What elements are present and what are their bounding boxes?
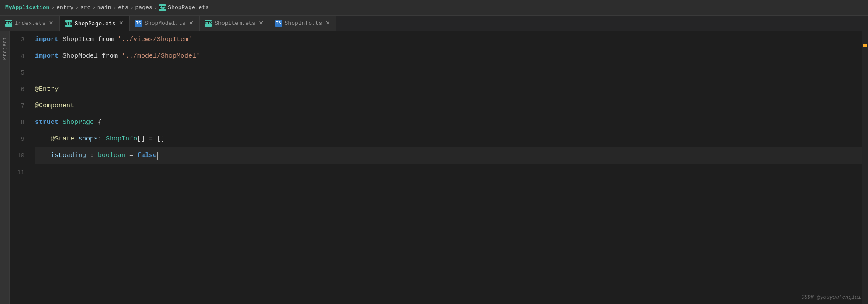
breadcrumb-file-icon: ETS bbox=[159, 4, 166, 11]
tab-icon-shopmodel: TS bbox=[135, 20, 142, 27]
token-shopitem: ShopItem bbox=[59, 31, 98, 48]
code-line-6: @Entry bbox=[35, 81, 868, 98]
line-num-5: 5 bbox=[10, 65, 31, 81]
editor-area[interactable]: 3 4 5 6 7 8 9 10 11 import ShopItem from bbox=[10, 31, 868, 304]
token-component: @Component bbox=[35, 98, 74, 114]
token-from-4: from bbox=[102, 48, 118, 65]
tab-icon-shoppage: ETS bbox=[65, 20, 72, 27]
line-num-3: 3 bbox=[10, 31, 31, 48]
tab-close-shopinfo[interactable]: × bbox=[325, 20, 331, 27]
breadcrumb-sep-6: › bbox=[154, 4, 158, 11]
tab-close-shopitem[interactable]: × bbox=[258, 20, 264, 27]
breadcrumb-bar: MyApplication › entry › src › main › ets… bbox=[0, 0, 868, 16]
tab-label-shopitem: ShopItem.ets bbox=[214, 20, 256, 27]
code-line-7: @Component bbox=[35, 98, 868, 114]
code-line-8: ▼ struct ShopPage { bbox=[35, 114, 868, 131]
code-line-9: @State shops : ShopInfo [] = [] bbox=[35, 131, 868, 147]
token-shopinfo-type: ShopInfo bbox=[106, 131, 137, 147]
token-brackets-9: [] = [] bbox=[137, 131, 165, 147]
tab-shoppage[interactable]: ETS ShopPage.ets × bbox=[60, 16, 130, 31]
breadcrumb-src[interactable]: src bbox=[80, 4, 90, 11]
token-brace-8: { bbox=[94, 114, 102, 131]
line-num-11: 11 bbox=[10, 164, 31, 181]
breadcrumb-file[interactable]: ShopPage.ets bbox=[168, 4, 209, 11]
tab-shopmodel[interactable]: TS ShopModel.ts × bbox=[130, 16, 200, 31]
tab-icon-shopinfo: TS bbox=[275, 20, 282, 27]
token-shoppage-type: ShopPage bbox=[62, 114, 94, 131]
tab-shopinfo[interactable]: TS ShopInfo.ts × bbox=[270, 16, 336, 31]
code-line-5 bbox=[35, 65, 868, 81]
breadcrumb-sep-3: › bbox=[92, 4, 96, 11]
breadcrumb-ets[interactable]: ets bbox=[118, 4, 128, 11]
tab-label-index: Index.ets bbox=[15, 20, 45, 27]
code-line-4: ▼ import ShopModel from '../model/ShopMo… bbox=[35, 48, 868, 65]
token-from-3: from bbox=[98, 31, 114, 48]
tab-bar: ETS Index.ets × ETS ShopPage.ets × TS Sh… bbox=[0, 16, 868, 31]
tab-label-shopmodel: ShopModel.ts bbox=[145, 20, 186, 27]
token-import-4: import bbox=[35, 48, 59, 65]
line-numbers: 3 4 5 6 7 8 9 10 11 bbox=[10, 31, 31, 304]
left-sidebar: Project bbox=[0, 31, 10, 304]
token-import-3: import bbox=[35, 31, 59, 48]
tab-close-shopmodel[interactable]: × bbox=[188, 20, 194, 27]
scrollbar[interactable] bbox=[862, 31, 868, 304]
breadcrumb-sep-1: › bbox=[51, 4, 55, 11]
line-num-9: 9 bbox=[10, 131, 31, 147]
token-colon-9: : bbox=[98, 131, 106, 147]
code-lines: import ShopItem from '../views/ShopItem'… bbox=[31, 31, 868, 304]
token-false: false bbox=[137, 147, 157, 164]
sidebar-label: Project bbox=[2, 37, 7, 60]
token-space-4 bbox=[118, 48, 121, 65]
line-num-4: 4 bbox=[10, 48, 31, 65]
scrollbar-marker bbox=[863, 44, 867, 47]
token-boolean-type: boolean bbox=[98, 147, 125, 164]
code-line-10: isLoading : boolean = false bbox=[35, 147, 868, 164]
token-indent-9 bbox=[35, 131, 51, 147]
editor-cursor bbox=[157, 152, 158, 160]
breadcrumb-pages[interactable]: pages bbox=[135, 4, 152, 11]
line-num-8: 8 bbox=[10, 114, 31, 131]
breadcrumb-sep-4: › bbox=[113, 4, 117, 11]
code-line-11 bbox=[35, 164, 868, 181]
main-layout: Project 3 4 5 6 7 8 9 10 11 import Sh bbox=[0, 31, 868, 304]
token-indent-10 bbox=[35, 147, 51, 164]
token-entry: @Entry bbox=[35, 81, 59, 98]
token-struct: struct bbox=[35, 114, 59, 131]
tab-icon-shopitem: ETS bbox=[205, 20, 212, 27]
token-state: @State bbox=[51, 131, 74, 147]
token-string-4: '../model/ShopModel' bbox=[121, 48, 200, 65]
token-shopmodel: ShopModel bbox=[59, 48, 102, 65]
line-num-6: 6 bbox=[10, 81, 31, 98]
line-num-7: 7 bbox=[10, 98, 31, 114]
tab-label-shopinfo: ShopInfo.ts bbox=[285, 20, 322, 27]
breadcrumb-app[interactable]: MyApplication bbox=[5, 4, 49, 11]
token-space-8 bbox=[59, 114, 62, 131]
token-isloading: isLoading bbox=[51, 147, 86, 164]
tab-label-shoppage: ShopPage.ets bbox=[75, 20, 116, 27]
token-shops: shops bbox=[78, 131, 98, 147]
watermark: CSDN @youyoufenglai bbox=[801, 294, 861, 301]
token-eq-10: = bbox=[125, 147, 137, 164]
tab-close-shoppage[interactable]: × bbox=[118, 20, 124, 27]
line-num-10: 10 bbox=[10, 147, 31, 164]
tab-shopitem[interactable]: ETS ShopItem.ets × bbox=[200, 16, 270, 31]
tab-close-index[interactable]: × bbox=[48, 20, 54, 27]
breadcrumb-main[interactable]: main bbox=[97, 4, 111, 11]
tab-icon-index: ETS bbox=[5, 20, 12, 27]
tab-index[interactable]: ETS Index.ets × bbox=[0, 16, 60, 31]
code-line-3: import ShopItem from '../views/ShopItem' bbox=[35, 31, 868, 48]
token-string-3: '../views/ShopItem' bbox=[118, 31, 192, 48]
breadcrumb-sep-2: › bbox=[75, 4, 79, 11]
token-space-3 bbox=[114, 31, 118, 48]
breadcrumb-entry[interactable]: entry bbox=[56, 4, 73, 11]
code-container: 3 4 5 6 7 8 9 10 11 import ShopItem from bbox=[10, 31, 868, 304]
token-space-9a bbox=[74, 131, 78, 147]
breadcrumb-sep-5: › bbox=[130, 4, 134, 11]
token-space-10a: : bbox=[86, 147, 98, 164]
